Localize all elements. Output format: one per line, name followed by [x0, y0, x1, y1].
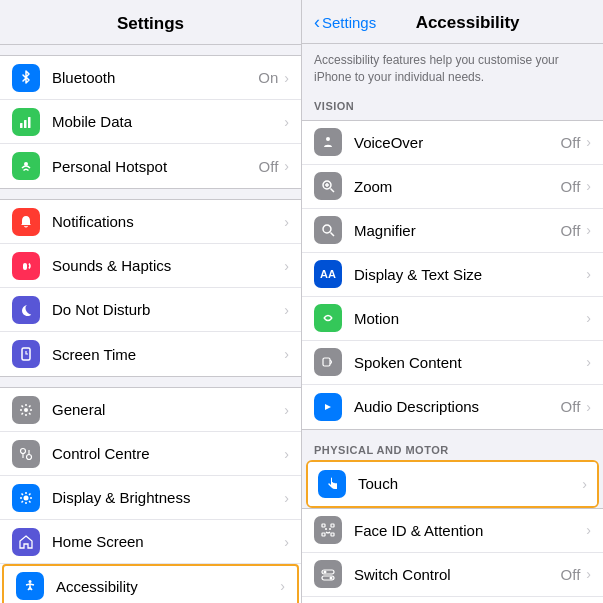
general-row[interactable]: General › — [0, 388, 301, 432]
svg-line-27 — [331, 233, 335, 237]
spoken-content-label: Spoken Content — [354, 354, 586, 371]
personal-hotspot-icon — [12, 152, 40, 180]
control-centre-chevron: › — [284, 446, 289, 462]
svg-rect-0 — [20, 123, 23, 128]
screen-time-chevron: › — [284, 346, 289, 362]
accessibility-row[interactable]: Accessibility › — [2, 564, 299, 603]
motion-row[interactable]: Motion › — [302, 297, 603, 341]
face-id-attention-icon — [314, 516, 342, 544]
audio-descriptions-value: Off — [561, 398, 581, 415]
spoken-content-row[interactable]: Spoken Content › — [302, 341, 603, 385]
switch-control-label: Switch Control — [354, 566, 561, 583]
switch-control-icon — [314, 560, 342, 588]
face-id-attention-chevron: › — [586, 522, 591, 538]
control-centre-icon — [12, 440, 40, 468]
personal-hotspot-label: Personal Hotspot — [52, 158, 259, 175]
sounds-haptics-chevron: › — [284, 258, 289, 274]
display-brightness-label: Display & Brightness — [52, 489, 284, 506]
display-text-size-row[interactable]: AA Display & Text Size › — [302, 253, 603, 297]
sounds-haptics-row[interactable]: Sounds & Haptics › — [0, 244, 301, 288]
personal-hotspot-chevron: › — [284, 158, 289, 174]
connectivity-group: Bluetooth On › Mobile Data › — [0, 55, 301, 189]
motion-label: Motion — [354, 310, 586, 327]
magnifier-icon — [314, 216, 342, 244]
personal-hotspot-row[interactable]: Personal Hotspot Off › — [0, 144, 301, 188]
do-not-disturb-row[interactable]: Do Not Disturb › — [0, 288, 301, 332]
back-label: Settings — [322, 14, 376, 31]
vision-group: VoiceOver Off › Zoom Off › — [302, 120, 603, 430]
zoom-chevron: › — [586, 178, 591, 194]
sounds-haptics-label: Sounds & Haptics — [52, 257, 284, 274]
touch-chevron: › — [582, 476, 587, 492]
audio-descriptions-label: Audio Descriptions — [354, 398, 561, 415]
do-not-disturb-chevron: › — [284, 302, 289, 318]
back-chevron-icon: ‹ — [314, 12, 320, 33]
mobile-data-icon — [12, 108, 40, 136]
bluetooth-row[interactable]: Bluetooth On › — [0, 56, 301, 100]
mobile-data-chevron: › — [284, 114, 289, 130]
svg-point-7 — [21, 448, 26, 453]
zoom-icon — [314, 172, 342, 200]
svg-rect-29 — [322, 524, 325, 527]
right-panel-title: Accessibility — [384, 13, 551, 33]
notifications-label: Notifications — [52, 213, 284, 230]
left-panel-header: Settings — [0, 0, 301, 45]
zoom-value: Off — [561, 178, 581, 195]
voiceover-value: Off — [561, 134, 581, 151]
physical-other-group: Face ID & Attention › Switch Control Off… — [302, 508, 603, 603]
svg-rect-1 — [24, 120, 27, 128]
svg-point-11 — [24, 495, 29, 500]
physical-motor-header: PHYSICAL AND MOTOR — [302, 438, 603, 460]
voiceover-label: VoiceOver — [354, 134, 561, 151]
screen-time-row[interactable]: Screen Time › — [0, 332, 301, 376]
general-group: General › Control Centre › — [0, 387, 301, 603]
zoom-row[interactable]: Zoom Off › — [302, 165, 603, 209]
home-screen-icon — [12, 528, 40, 556]
display-text-size-chevron: › — [586, 266, 591, 282]
display-brightness-row[interactable]: Display & Brightness › — [0, 476, 301, 520]
notifications-row[interactable]: Notifications › — [0, 200, 301, 244]
switch-control-row[interactable]: Switch Control Off › — [302, 553, 603, 597]
display-brightness-chevron: › — [284, 490, 289, 506]
svg-rect-30 — [331, 524, 334, 527]
do-not-disturb-icon — [12, 296, 40, 324]
voice-control-row[interactable]: Voice Control Off › — [302, 597, 603, 603]
svg-point-33 — [325, 528, 327, 530]
back-button[interactable]: ‹ Settings — [314, 12, 376, 33]
touch-row[interactable]: Touch › — [308, 462, 597, 506]
bluetooth-chevron: › — [284, 70, 289, 86]
svg-point-26 — [323, 225, 331, 233]
svg-point-37 — [324, 571, 327, 574]
notifications-chevron: › — [284, 214, 289, 230]
accessibility-chevron: › — [280, 578, 285, 594]
bluetooth-label: Bluetooth — [52, 69, 258, 86]
general-label: General — [52, 401, 284, 418]
svg-point-34 — [329, 528, 331, 530]
audio-descriptions-row[interactable]: Audio Descriptions Off › — [302, 385, 603, 429]
svg-point-12 — [29, 580, 32, 583]
svg-rect-4 — [23, 263, 27, 270]
spoken-content-icon — [314, 348, 342, 376]
svg-point-9 — [27, 454, 32, 459]
accessibility-icon — [16, 572, 44, 600]
spoken-content-chevron: › — [586, 354, 591, 370]
switch-control-value: Off — [561, 566, 581, 583]
screen-time-icon — [12, 340, 40, 368]
svg-line-23 — [331, 189, 335, 193]
general-chevron: › — [284, 402, 289, 418]
sounds-haptics-icon — [12, 252, 40, 280]
bluetooth-icon — [12, 64, 40, 92]
vision-section-header: VISION — [302, 94, 603, 116]
right-panel: ‹ Settings Accessibility Accessibility f… — [302, 0, 603, 603]
control-centre-row[interactable]: Control Centre › — [0, 432, 301, 476]
display-brightness-icon — [12, 484, 40, 512]
svg-point-38 — [330, 577, 333, 580]
right-header: ‹ Settings Accessibility — [302, 0, 603, 44]
face-id-attention-label: Face ID & Attention — [354, 522, 586, 539]
face-id-attention-row[interactable]: Face ID & Attention › — [302, 509, 603, 553]
magnifier-row[interactable]: Magnifier Off › — [302, 209, 603, 253]
voiceover-row[interactable]: VoiceOver Off › — [302, 121, 603, 165]
home-screen-row[interactable]: Home Screen › — [0, 520, 301, 564]
mobile-data-row[interactable]: Mobile Data › — [0, 100, 301, 144]
accessibility-label: Accessibility — [56, 578, 280, 595]
